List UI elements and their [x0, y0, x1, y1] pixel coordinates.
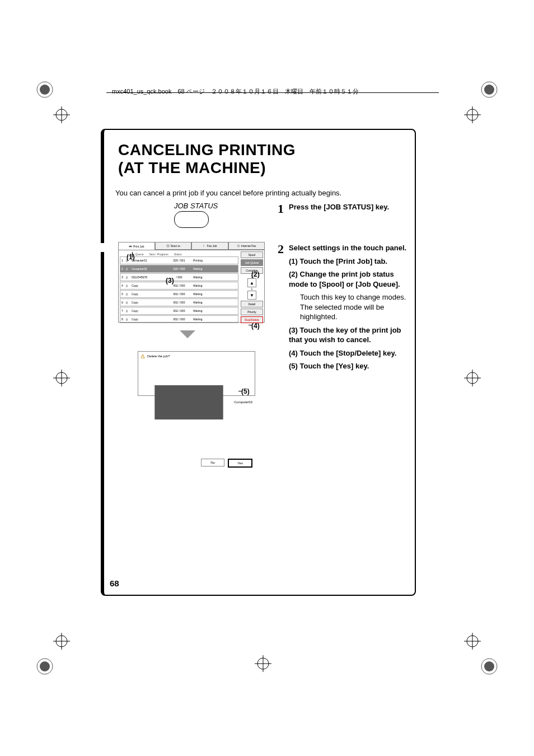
registration-mark-icon: [478, 655, 500, 678]
queue-row[interactable]: 4⎙Copy002 / 000Waiting: [120, 282, 238, 290]
dialog-question: Delete the job?: [140, 354, 252, 358]
title-line-2: (AT THE MACHINE): [118, 159, 266, 176]
callout-2: (2): [251, 270, 260, 278]
step-2-4: (4) Touch the [Stop/Delete] key.: [289, 348, 412, 358]
svg-point-3: [484, 85, 494, 95]
callout-5: (5): [241, 388, 250, 395]
job-status-key[interactable]: [174, 211, 209, 228]
registration-mark-icon: [34, 655, 56, 678]
arrow-down-icon: [180, 330, 195, 338]
step-2-block: Select settings in the touch panel. (1) …: [289, 243, 412, 371]
step-2-5: (5) Touch the [Yes] key.: [289, 361, 412, 371]
svg-point-1: [40, 85, 50, 95]
step-1-text: Press the [JOB STATUS] key.: [289, 203, 406, 212]
tab-print-job[interactable]: Print Job: [118, 242, 155, 250]
queue-area: Job QueueSets / ProgressStatus 1⎙Compute…: [118, 250, 265, 323]
cross-mark-icon: [255, 655, 271, 672]
no-button[interactable]: No: [201, 459, 224, 466]
tab-notch: [101, 242, 104, 253]
callout-4: (4): [251, 322, 260, 330]
fax-icon: [203, 244, 206, 248]
page-number: 68: [110, 578, 119, 588]
intro-text: You can cancel a print job if you cancel…: [115, 189, 341, 197]
touch-panel-screenshot: Print Job Scan to Fax Job Internet Fax J…: [118, 242, 265, 326]
globe-icon: [237, 244, 240, 248]
step-1-number: 1: [278, 202, 284, 216]
queue-row[interactable]: 3⎙0312345678/ 000Waiting: [120, 273, 238, 281]
svg-rect-30: [167, 245, 169, 247]
cross-mark-icon: [464, 633, 481, 650]
spool-button[interactable]: Spool: [241, 251, 263, 258]
svg-point-31: [237, 245, 240, 247]
svg-rect-29: [129, 245, 132, 246]
printer-icon: [129, 245, 132, 248]
cross-mark-icon: [53, 370, 70, 386]
confirm-dialog: Delete the job? Computer02 No Yes: [138, 351, 255, 396]
step-2-number: 2: [278, 242, 284, 256]
job-queue-button[interactable]: Job Queue: [241, 259, 263, 266]
cross-mark-icon: [464, 106, 481, 123]
side-buttons: Spool Job Queue Complete 1 ▲ 1 ▼ Detail …: [240, 250, 264, 322]
content-frame: CANCELING PRINTING (AT THE MACHINE) You …: [101, 129, 416, 596]
job-status-label: JOB STATUS: [174, 202, 218, 210]
priority-button[interactable]: Priority: [241, 309, 263, 315]
cross-mark-icon: [53, 633, 70, 650]
queue-row[interactable]: 2⎙Computer02020 / 000Waiting: [120, 265, 238, 273]
callout-1: (1): [127, 253, 135, 261]
scroll-control: 1 ▲ 1 ▼: [241, 275, 263, 300]
queue-row[interactable]: 6⎙Copy002 / 000Waiting: [120, 298, 238, 306]
registration-mark-icon: [34, 78, 56, 101]
step-2-3: (3) Touch the key of the print job that …: [289, 325, 412, 345]
step-2-heading: Select settings in the touch panel.: [289, 244, 406, 252]
warning-icon: [140, 354, 145, 358]
step-2-2: (2) Change the print job status mode to …: [289, 269, 412, 289]
tab-bar: Print Job Scan to Fax Job Internet Fax: [118, 242, 265, 250]
tab-fax-job[interactable]: Fax Job: [191, 242, 228, 250]
queue-row[interactable]: 7⎙Copy002 / 000Waiting: [120, 307, 238, 315]
tab-internet-fax[interactable]: Internet Fax: [228, 242, 265, 250]
step-2-2-body: Touch this key to change modes. The sele…: [300, 292, 412, 322]
step-2-1: (1) Touch the [Print Job] tab.: [289, 256, 412, 267]
callout-3: (3): [166, 277, 174, 284]
svg-point-5: [40, 661, 50, 671]
scroll-down-button[interactable]: ▼: [247, 291, 256, 300]
svg-rect-33: [154, 385, 223, 419]
svg-point-7: [484, 661, 494, 671]
scroll-up-button[interactable]: ▲: [247, 278, 256, 287]
yes-button[interactable]: Yes: [228, 459, 252, 468]
title-line-1: CANCELING PRINTING: [118, 141, 296, 158]
detail-button[interactable]: Detail: [241, 301, 263, 307]
scan-icon: [166, 244, 170, 248]
cross-mark-icon: [53, 106, 70, 123]
tab-scan-to[interactable]: Scan to: [155, 242, 192, 250]
printer-icon: [146, 360, 232, 445]
queue-row[interactable]: 8⎙Copy002 / 000Waiting: [120, 315, 238, 323]
page-title: CANCELING PRINTING (AT THE MACHINE): [118, 141, 296, 177]
header-filename: mxc401_us_qck.book 68 ページ ２００８年１０月１６日 木曜…: [112, 87, 359, 96]
cross-mark-icon: [464, 370, 481, 386]
queue-list: Job QueueSets / ProgressStatus 1⎙Compute…: [119, 250, 240, 322]
queue-row[interactable]: 5⎙Copy002 / 000Waiting: [120, 290, 238, 298]
queue-row[interactable]: 1⎙Computer01020 / 001Printing: [120, 256, 238, 264]
registration-mark-icon: [478, 78, 500, 101]
manual-page: mxc401_us_qck.book 68 ページ ２００８年１０月１６日 木曜…: [0, 0, 534, 756]
dialog-item: Computer02: [146, 360, 252, 445]
